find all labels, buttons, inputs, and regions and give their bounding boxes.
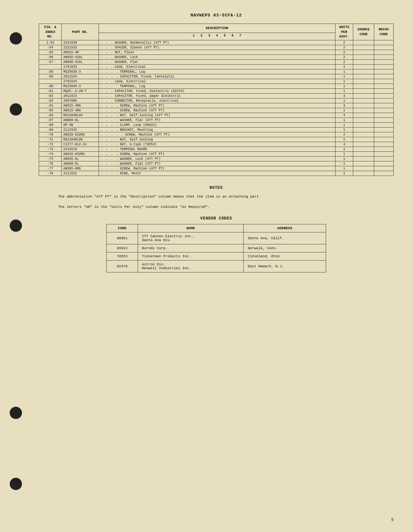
col-header-recov: RECOVCODE — [374, 24, 394, 40]
cell-units: 1 — [335, 118, 353, 123]
vendor-cell-name: Burndy Corp. — [138, 244, 244, 252]
cell-units: 1 — [335, 123, 353, 128]
cell-desc: . . .NUT, Plain — [99, 50, 335, 55]
cell-source — [353, 132, 374, 137]
cell-source — [353, 74, 374, 79]
table-row: 1-53 2231530 . . .WASHER, Nonmetallic (A… — [39, 40, 394, 45]
cell-fig: -58 — [39, 69, 62, 74]
cell-recov — [374, 118, 394, 123]
cell-recov — [374, 128, 394, 132]
cell-part: AN960-6L — [62, 118, 99, 123]
cell-units: 4 — [335, 113, 353, 118]
cell-desc: . . . .CLAMP, Loop (09922) — [99, 123, 335, 128]
cell-desc: . . .CAPACITOR, Fixed, dielectric (82376… — [99, 89, 335, 94]
cell-recov — [374, 74, 394, 79]
cell-fig: -55 — [39, 50, 62, 55]
cell-units: 3 — [335, 94, 353, 98]
cell-fig: -57 — [39, 60, 62, 65]
cell-units: 1 — [335, 69, 353, 74]
cell-source — [353, 157, 374, 161]
cell-units: 3 — [335, 103, 353, 108]
vendor-col-name: NAME — [138, 224, 244, 232]
cell-fig: -78 — [39, 171, 62, 176]
cell-source — [353, 108, 374, 113]
cell-recov — [374, 137, 394, 142]
vendor-row: 09922 Burndy Corp. Norwalk, Conn. — [107, 244, 326, 252]
table-row: -75 AN935-6L . . . .WASHER, Lock (ATT PT… — [39, 157, 394, 161]
cell-fig: -73 — [39, 147, 62, 152]
cell-units: 1 — [335, 89, 353, 94]
cell-units: 1 — [335, 128, 353, 132]
cell-part: MS25036-3 — [62, 84, 99, 89]
cell-units: 1 — [335, 74, 353, 79]
col-header-desc: DESCRIPTION — [99, 24, 335, 33]
cell-fig: -65 — [39, 108, 62, 113]
cell-fig: -77 — [39, 166, 62, 171]
cell-desc: . . .LEAD, Electrical — [99, 65, 335, 69]
table-row: -59 2011524 . . . .CAPACITOR, Fixed, tan… — [39, 74, 394, 79]
vendor-cell-name: Astron Div.Renwell Industries Inc. — [138, 261, 244, 272]
cell-fig: -68 — [39, 123, 62, 128]
cell-recov — [374, 40, 394, 45]
cell-fig: -66 — [39, 113, 62, 118]
cell-part: AN526-632R6 — [62, 132, 99, 137]
cell-part: MS21040L04 — [62, 113, 99, 118]
cell-fig: -54 — [39, 45, 62, 50]
cell-recov — [374, 89, 394, 94]
cell-part: MQZS-.5-2M-T — [62, 89, 99, 94]
cell-units: 1 — [335, 147, 353, 152]
page: NAVWEPS 03-5CFA-12 FIG. &INDEXNO. PART N… — [0, 0, 413, 532]
table-row: 2791533 . . .LEAD, Electrical 1 — [39, 65, 394, 69]
cell-part: C1277-012-24 — [62, 142, 99, 147]
cell-units: 1 — [335, 152, 353, 157]
cell-desc: . . .WASHER, Lock — [99, 55, 335, 60]
cell-desc: . . .CAPACITOR, Fixed, paper dielectric — [99, 94, 335, 98]
cell-source — [353, 60, 374, 65]
cell-part: 2211521 — [62, 171, 99, 176]
cell-part: AN935-6L — [62, 157, 99, 161]
table-row: -77 AN505-6R6 . . . .SCREW, Machine (ATT… — [39, 166, 394, 171]
cell-part: MS25036-3 — [62, 69, 99, 74]
cell-fig: -76 — [39, 161, 62, 166]
cell-source — [353, 98, 374, 103]
cell-desc: . . . .WASHER, Flat (ATT PT) — [99, 161, 335, 166]
cell-source — [353, 79, 374, 84]
cell-recov — [374, 45, 394, 50]
cell-units: 1 — [335, 161, 353, 166]
cell-fig: -75 — [39, 157, 62, 161]
cell-fig: -63 — [39, 98, 62, 103]
side-dot-4 — [10, 407, 22, 419]
cell-units: 2 — [335, 40, 353, 45]
vendor-cell-name: Tinnerman Products Inc. — [138, 252, 244, 261]
cell-part: AN505-6R6 — [62, 166, 99, 171]
side-dot-3 — [10, 220, 22, 232]
cell-desc: . . . .SCREW, Machine (ATT PT) — [99, 108, 335, 113]
table-row: -67 AN960-6L . . . .WASHER, Flat (ATT PT… — [39, 118, 394, 123]
cell-desc: . . . .NUT, Self-locking (ATT PT) — [99, 113, 335, 118]
cell-recov — [374, 94, 394, 98]
cell-desc: . . . .WASHER, Lock (ATT PT) — [99, 157, 335, 161]
table-row: -74 AN526-632R6 . . . .SCREW, Machine (A… — [39, 152, 394, 157]
cell-source — [353, 40, 374, 45]
cell-desc: . . . . .SCREW, Machine (ATT PT) — [99, 132, 335, 137]
table-row: -76 AN960-6L . . . .WASHER, Flat (ATT PT… — [39, 161, 394, 166]
page-title: NAVWEPS 03-5CFA-12 — [39, 13, 394, 18]
cell-recov — [374, 65, 394, 69]
cell-source — [353, 94, 374, 98]
table-row: -56 AN935-416L . . .WASHER, Lock 2 — [39, 55, 394, 60]
cell-desc: . . . .SCREW, Machine (ATT PT) — [99, 166, 335, 171]
cell-fig: -72 — [39, 142, 62, 147]
cell-units: 1 — [335, 79, 353, 84]
side-dot-2 — [10, 103, 22, 116]
cell-recov — [374, 69, 394, 74]
cell-part: AN526-632R6 — [62, 152, 99, 157]
cell-units: 2 — [335, 132, 353, 137]
cell-desc: . . . .SCREW, Machine (ATT PT) — [99, 152, 335, 157]
cell-desc: . . .WASHER, Flat — [99, 60, 335, 65]
cell-fig: 1-53 — [39, 40, 62, 45]
cell-part: 2111543 — [62, 128, 99, 132]
vendor-col-address: ADDRESS — [244, 224, 326, 232]
cell-source — [353, 161, 374, 166]
cell-fig: -70 — [39, 132, 62, 137]
cell-recov — [374, 108, 394, 113]
